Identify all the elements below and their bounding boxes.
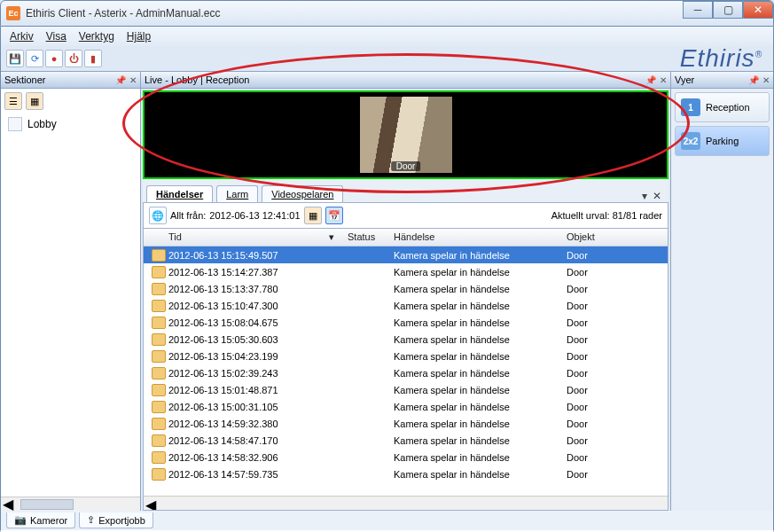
- close-panel-icon[interactable]: ✕: [762, 75, 770, 85]
- sort-indicator-icon[interactable]: ▾: [321, 229, 342, 246]
- cell-status: [342, 438, 388, 443]
- cell-objekt: Door: [561, 399, 668, 415]
- tab-larm[interactable]: Larm: [216, 185, 258, 202]
- minimize-button[interactable]: ─: [683, 1, 713, 19]
- pin-icon[interactable]: 📌: [645, 75, 656, 85]
- footer-tab-kameror[interactable]: 📷Kameror: [6, 512, 75, 528]
- toolbar-refresh-blue-icon[interactable]: ⟳: [26, 50, 43, 67]
- cell-status: [342, 421, 388, 426]
- toolbar-stop-red-icon[interactable]: ▮: [84, 50, 102, 67]
- live-video-pane[interactable]: Door: [143, 90, 668, 179]
- events-filter-2-icon[interactable]: 📅: [325, 207, 343, 224]
- cell-status: [342, 371, 388, 376]
- tree-tool-1-icon[interactable]: ☰: [4, 92, 22, 110]
- toolbar-disk-icon[interactable]: 💾: [6, 50, 24, 67]
- close-button[interactable]: ✕: [743, 1, 773, 19]
- urval-value: 81/81 rader: [613, 210, 662, 221]
- camera-tile-door[interactable]: Door: [360, 97, 452, 173]
- cell-tid: 2012-06-13 15:01:48.871: [163, 382, 321, 398]
- tab-close-icon[interactable]: ✕: [653, 190, 661, 202]
- th-status[interactable]: Status: [342, 229, 388, 246]
- left-scrollbar[interactable]: ◀: [1, 497, 140, 511]
- events-globe-icon[interactable]: 🌐: [149, 207, 167, 224]
- table-row[interactable]: 2012-06-13 15:04:23.199Kamera spelar in …: [144, 348, 668, 364]
- menu-verktyg[interactable]: Verktyg: [79, 30, 114, 43]
- close-panel-icon[interactable]: ✕: [129, 75, 137, 85]
- th-tid[interactable]: Tid: [163, 229, 321, 246]
- brand-logo: Ethiris®: [680, 44, 768, 73]
- table-row[interactable]: 2012-06-13 15:00:31.105Kamera spelar in …: [144, 398, 668, 415]
- table-row[interactable]: 2012-06-13 14:59:32.380Kamera spelar in …: [144, 415, 668, 432]
- th-handelse[interactable]: Händelse: [388, 229, 561, 246]
- maximize-button[interactable]: ▢: [713, 1, 743, 19]
- close-panel-icon[interactable]: ✕: [660, 75, 667, 85]
- view-button-parking[interactable]: 2x2Parking: [675, 126, 770, 156]
- window-titlebar[interactable]: Ec Ethiris Client - Asterix - AdminManua…: [0, 0, 774, 27]
- layout-chip-icon: 2x2: [681, 132, 700, 150]
- cell-handelse: Kamera spelar in händelse: [388, 365, 561, 381]
- views-panel-header[interactable]: Vyer 📌 ✕: [671, 71, 773, 89]
- cell-handelse: Kamera spelar in händelse: [388, 433, 561, 449]
- cell-objekt: Door: [561, 365, 668, 381]
- table-row[interactable]: 2012-06-13 14:57:59.735Kamera spelar in …: [144, 466, 668, 482]
- table-row[interactable]: 2012-06-13 14:58:32.906Kamera spelar in …: [144, 449, 668, 466]
- events-h-scrollbar[interactable]: ◀: [144, 496, 668, 510]
- cell-handelse: Kamera spelar in händelse: [388, 382, 561, 398]
- cell-tid: 2012-06-13 15:05:30.603: [163, 332, 321, 348]
- cell-tid: 2012-06-13 15:08:04.675: [163, 315, 321, 331]
- table-row[interactable]: 2012-06-13 15:02:39.243Kamera spelar in …: [144, 364, 668, 381]
- menu-arkiv[interactable]: Arkiv: [10, 30, 34, 43]
- cell-status: [342, 303, 388, 309]
- sections-panel-header[interactable]: Sektioner 📌 ✕: [1, 71, 140, 89]
- cell-objekt: Door: [561, 466, 668, 482]
- table-row[interactable]: 2012-06-13 15:05:30.603Kamera spelar in …: [144, 331, 668, 348]
- cell-status: [342, 455, 388, 460]
- tab-dropdown-icon[interactable]: ▾: [642, 190, 647, 202]
- table-row[interactable]: 2012-06-13 15:01:48.871Kamera spelar in …: [144, 381, 668, 398]
- th-objekt[interactable]: Objekt: [561, 229, 668, 246]
- events-tbody[interactable]: 2012-06-13 15:15:49.507Kamera spelar in …: [144, 246, 668, 496]
- events-filter-1-icon[interactable]: ▦: [304, 207, 322, 224]
- table-row[interactable]: 2012-06-13 15:08:04.675Kamera spelar in …: [144, 314, 668, 331]
- tree-tool-2-icon[interactable]: ▦: [26, 92, 43, 110]
- toolbar-power-icon[interactable]: ⏻: [65, 50, 82, 67]
- views-title: Vyer: [675, 74, 694, 85]
- menu-visa[interactable]: Visa: [46, 30, 66, 43]
- menu-hjalp[interactable]: Hjälp: [127, 30, 151, 43]
- view-button-reception[interactable]: 1Reception: [675, 92, 770, 122]
- menubar: Arkiv Visa Verktyg Hjälp: [0, 27, 774, 46]
- cell-tid: 2012-06-13 14:58:47.170: [163, 433, 321, 449]
- pin-icon[interactable]: 📌: [115, 75, 126, 85]
- cell-objekt: Door: [561, 348, 668, 364]
- toolbar-record-icon[interactable]: ●: [45, 50, 63, 67]
- cell-handelse: Kamera spelar in händelse: [388, 466, 561, 482]
- cell-handelse: Kamera spelar in händelse: [388, 399, 561, 415]
- cell-handelse: Kamera spelar in händelse: [388, 332, 561, 348]
- lower-tab-strip: Händelser Larm Videospelaren ▾ ✕: [143, 179, 668, 202]
- footer-tab-exportjobb[interactable]: ⇪Exportjobb: [79, 512, 153, 528]
- events-table-header[interactable]: Tid ▾ Status Händelse Objekt: [144, 229, 668, 246]
- cell-objekt: Door: [561, 433, 668, 449]
- cell-status: [342, 354, 388, 359]
- cell-status: [342, 320, 388, 325]
- window-title: Ethiris Client - Asterix - AdminManual.e…: [26, 7, 220, 20]
- tab-handelser[interactable]: Händelser: [146, 185, 213, 202]
- table-row[interactable]: 2012-06-13 15:13:37.780Kamera spelar in …: [144, 280, 668, 297]
- cell-tid: 2012-06-13 15:02:39.243: [163, 365, 321, 381]
- cell-tid: 2012-06-13 15:14:27.387: [163, 264, 321, 280]
- cell-objekt: Door: [561, 264, 668, 280]
- urval-label: Aktuellt urval:: [551, 210, 610, 221]
- tab-videospelaren[interactable]: Videospelaren: [262, 185, 343, 202]
- tree-item-lobby[interactable]: Lobby: [4, 115, 137, 133]
- table-row[interactable]: 2012-06-13 15:14:27.387Kamera spelar in …: [144, 263, 668, 280]
- pin-icon[interactable]: 📌: [748, 75, 759, 85]
- cell-status: [342, 337, 388, 342]
- table-row[interactable]: 2012-06-13 15:10:47.300Kamera spelar in …: [144, 297, 668, 314]
- center-column: Live - Lobby | Reception 📌 ✕ Door Händel…: [141, 71, 670, 511]
- table-row[interactable]: 2012-06-13 15:15:49.507Kamera spelar in …: [144, 246, 668, 263]
- app-icon: Ec: [6, 6, 20, 20]
- live-panel-header[interactable]: Live - Lobby | Reception 📌 ✕: [141, 71, 670, 89]
- table-row[interactable]: 2012-06-13 14:58:47.170Kamera spelar in …: [144, 432, 668, 449]
- layout-chip-icon: 1: [681, 98, 700, 116]
- cell-handelse: Kamera spelar in händelse: [388, 264, 561, 280]
